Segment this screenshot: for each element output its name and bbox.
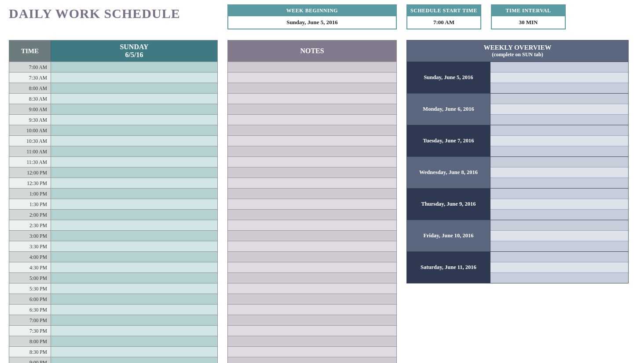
notes-row[interactable] [228,220,396,230]
notes-row[interactable] [228,304,396,315]
schedule-value-cell[interactable] [51,178,217,188]
weekly-line[interactable] [490,146,628,156]
schedule-row: 10:00 AM [9,125,217,135]
notes-row[interactable] [228,114,396,125]
schedule-value-cell[interactable] [51,273,217,283]
schedule-row: 4:00 PM [9,251,217,262]
schedule-row: 6:00 PM [9,294,217,304]
schedule-value-cell[interactable] [51,83,217,93]
schedule-value-cell[interactable] [51,347,217,357]
notes-row[interactable] [228,125,396,135]
schedule-time-cell: 5:30 PM [9,283,51,294]
schedule-value-cell[interactable] [51,315,217,325]
weekly-line[interactable] [490,209,628,220]
weekly-line[interactable] [490,272,628,283]
weekly-line[interactable] [490,135,628,146]
notes-row[interactable] [228,62,396,72]
schedule-value-cell[interactable] [51,115,217,125]
weekly-line[interactable] [490,252,628,262]
notes-row[interactable] [228,272,396,283]
schedule-value-cell[interactable] [51,210,217,220]
weekly-line[interactable] [490,230,628,241]
schedule-value-cell[interactable] [51,94,217,104]
notes-row[interactable] [228,93,396,104]
schedule-time-header: TIME [9,40,51,62]
schedule-value-cell[interactable] [51,125,217,135]
notes-row[interactable] [228,357,396,363]
schedule-value-cell[interactable] [51,357,217,363]
week-beginning-value[interactable]: Sunday, June 5, 2016 [228,16,396,29]
schedule-value-cell[interactable] [51,283,217,294]
start-time-value[interactable]: 7:00 AM [407,16,480,29]
schedule-value-cell[interactable] [51,220,217,230]
weekly-line[interactable] [490,83,628,93]
schedule-value-cell[interactable] [51,62,217,72]
schedule-time-cell: 4:30 PM [9,262,51,272]
schedule-value-cell[interactable] [51,189,217,199]
schedule-value-cell[interactable] [51,241,217,251]
schedule-time-cell: 6:00 PM [9,294,51,304]
notes-row[interactable] [228,346,396,357]
notes-row[interactable] [228,262,396,272]
weekly-line[interactable] [490,167,628,178]
notes-row[interactable] [228,72,396,83]
weekly-line[interactable] [490,104,628,114]
schedule-value-cell[interactable] [51,326,217,336]
notes-row[interactable] [228,283,396,294]
notes-row[interactable] [228,251,396,262]
weekly-day-date: Wednesday, June 8, 2016 [407,157,490,188]
notes-row[interactable] [228,241,396,251]
weekly-day-group: Saturday, June 11, 2016 [407,251,628,283]
schedule-value-cell[interactable] [51,146,217,156]
notes-row[interactable] [228,135,396,146]
schedule-value-cell[interactable] [51,305,217,315]
weekly-line[interactable] [490,178,628,188]
schedule-value-cell[interactable] [51,104,217,114]
weekly-line[interactable] [490,189,628,199]
notes-row[interactable] [228,294,396,304]
notes-row[interactable] [228,167,396,178]
weekly-line[interactable] [490,72,628,83]
notes-row[interactable] [228,104,396,114]
weekly-line[interactable] [490,94,628,104]
schedule-value-cell[interactable] [51,136,217,146]
notes-row[interactable] [228,156,396,167]
weekly-line[interactable] [490,262,628,272]
schedule-time-cell: 1:30 PM [9,199,51,209]
notes-row[interactable] [228,325,396,336]
time-interval-value[interactable]: 30 MIN [492,16,565,29]
schedule-time-cell: 3:00 PM [9,231,51,241]
schedule-time-cell: 7:00 AM [9,62,51,72]
schedule-value-cell[interactable] [51,294,217,304]
weekly-overview-panel: WEEKLY OVERVIEW (complete on SUN tab) Su… [406,40,629,283]
notes-row[interactable] [228,230,396,241]
schedule-time-cell: 9:30 AM [9,115,51,125]
notes-row[interactable] [228,199,396,209]
weekly-line[interactable] [490,114,628,125]
notes-row[interactable] [228,188,396,199]
schedule-day-date: 6/5/16 [125,51,143,59]
schedule-value-cell[interactable] [51,252,217,262]
weekly-line[interactable] [490,157,628,167]
schedule-value-cell[interactable] [51,157,217,167]
weekly-line[interactable] [490,241,628,251]
notes-row[interactable] [228,315,396,325]
schedule-value-cell[interactable] [51,262,217,272]
notes-row[interactable] [228,209,396,220]
weekly-line[interactable] [490,62,628,72]
schedule-value-cell[interactable] [51,199,217,209]
notes-row[interactable] [228,146,396,156]
notes-row[interactable] [228,178,396,188]
weekly-line[interactable] [490,199,628,209]
notes-row[interactable] [228,336,396,346]
weekly-line[interactable] [490,125,628,135]
schedule-value-cell[interactable] [51,336,217,346]
weekly-day-date: Thursday, June 9, 2016 [407,189,490,220]
weekly-overview-header: WEEKLY OVERVIEW (complete on SUN tab) [407,40,628,62]
schedule-value-cell[interactable] [51,167,217,178]
schedule-value-cell[interactable] [51,73,217,83]
weekly-line[interactable] [490,220,628,230]
schedule-value-cell[interactable] [51,231,217,241]
schedule-row: 1:00 PM [9,188,217,199]
notes-row[interactable] [228,83,396,93]
